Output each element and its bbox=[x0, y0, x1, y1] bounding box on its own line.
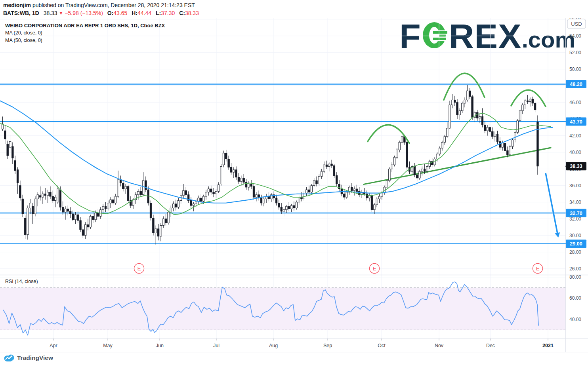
svg-text:E: E bbox=[373, 266, 376, 272]
svg-text:Aug: Aug bbox=[269, 343, 278, 348]
down-arrow-annotation[interactable] bbox=[546, 173, 560, 238]
price-axis[interactable]: 56.0054.0052.0050.0046.0044.0042.0040.00… bbox=[565, 17, 586, 322]
price-levels[interactable] bbox=[0, 84, 565, 243]
ma50-line bbox=[0, 101, 553, 203]
down-triangle-icon: ▼ bbox=[59, 11, 63, 15]
svg-text:38.33: 38.33 bbox=[570, 164, 582, 169]
svg-text:43.70: 43.70 bbox=[570, 119, 582, 125]
svg-text:34.00: 34.00 bbox=[569, 200, 581, 205]
header: medionjim published on TradingView.com, … bbox=[0, 0, 588, 18]
svg-text:46.00: 46.00 bbox=[569, 100, 581, 105]
svg-text:E: E bbox=[536, 266, 540, 272]
chart-legend: WEIBO CORPORATION ADR EA REPR 1 ORD SHS,… bbox=[5, 23, 165, 45]
svg-text:E: E bbox=[137, 266, 141, 272]
svg-text:48.20: 48.20 bbox=[570, 82, 582, 87]
svg-text:Nov: Nov bbox=[435, 343, 444, 348]
svg-text:Apr: Apr bbox=[50, 343, 57, 348]
tradingview-published-chart: EEE56.0054.0052.0050.0046.0044.0042.0040… bbox=[0, 0, 588, 367]
svg-text:26.00: 26.00 bbox=[569, 266, 581, 272]
svg-text:Jun: Jun bbox=[156, 343, 164, 348]
chart-canvas[interactable]: EEE56.0054.0052.0050.0046.0044.0042.0040… bbox=[0, 0, 588, 367]
high-value: 44.44 bbox=[137, 10, 151, 16]
currency-badge[interactable]: USD bbox=[567, 19, 586, 29]
svg-text:36.00: 36.00 bbox=[569, 183, 581, 188]
svg-text:54.00: 54.00 bbox=[569, 33, 581, 39]
svg-text:42.00: 42.00 bbox=[569, 133, 581, 139]
svg-text:Sep: Sep bbox=[323, 343, 332, 348]
svg-text:2021: 2021 bbox=[542, 343, 554, 348]
svg-text:30.00: 30.00 bbox=[569, 233, 581, 238]
byline-text: published on TradingView.com, December 2… bbox=[31, 2, 195, 8]
last-price: 38.33 bbox=[44, 10, 57, 16]
tradingview-logo-text: TradingView bbox=[17, 354, 53, 361]
svg-text:Jul: Jul bbox=[213, 343, 220, 348]
tradingview-logo[interactable]: TradingView bbox=[4, 354, 53, 362]
svg-text:40.00: 40.00 bbox=[569, 150, 581, 155]
close-label: C: bbox=[179, 10, 185, 16]
rsi-legend[interactable]: RSI (14, close) bbox=[5, 279, 38, 284]
svg-text:40.00: 40.00 bbox=[569, 317, 581, 322]
ma20-legend[interactable]: MA (20, close, 0) bbox=[5, 30, 165, 36]
ma50-legend[interactable]: MA (50, close, 0) bbox=[5, 38, 165, 43]
svg-text:29.00: 29.00 bbox=[570, 241, 582, 247]
time-axis[interactable]: AprMayJunJulAugSepOctNovDec2021 bbox=[50, 338, 554, 348]
change-value: −5.98 (−13.5%) bbox=[65, 10, 103, 16]
svg-text:May: May bbox=[103, 343, 113, 348]
low-label: L: bbox=[156, 10, 161, 16]
svg-text:52.00: 52.00 bbox=[569, 50, 581, 55]
svg-text:Oct: Oct bbox=[378, 343, 386, 348]
svg-text:50.00: 50.00 bbox=[569, 67, 581, 72]
high-label: H: bbox=[132, 10, 137, 16]
svg-text:USD: USD bbox=[571, 21, 582, 27]
svg-text:32.70: 32.70 bbox=[570, 211, 582, 216]
svg-text:28.00: 28.00 bbox=[569, 249, 581, 255]
byline: medionjim published on TradingView.com, … bbox=[3, 2, 195, 8]
svg-text:80.00: 80.00 bbox=[569, 274, 581, 280]
symbol-status-row: BATS:WB, 1D 38.33 ▼ −5.98 (−13.5%) O:43.… bbox=[3, 10, 199, 16]
svg-text:60.00: 60.00 bbox=[569, 295, 581, 301]
tradingview-cloud-icon bbox=[4, 354, 14, 362]
open-value: 43.65 bbox=[113, 10, 127, 16]
earnings-markers[interactable]: EEE bbox=[134, 264, 543, 274]
byline-username: medionjim bbox=[3, 2, 31, 8]
low-value: 37.30 bbox=[161, 10, 175, 16]
open-label: O: bbox=[107, 10, 114, 16]
close-value: 38.33 bbox=[185, 10, 199, 16]
instrument-title[interactable]: WEIBO CORPORATION ADR EA REPR 1 ORD SHS,… bbox=[5, 23, 165, 29]
svg-text:Dec: Dec bbox=[486, 343, 495, 348]
symbol-interval[interactable]: BATS:WB, 1D bbox=[3, 10, 39, 16]
